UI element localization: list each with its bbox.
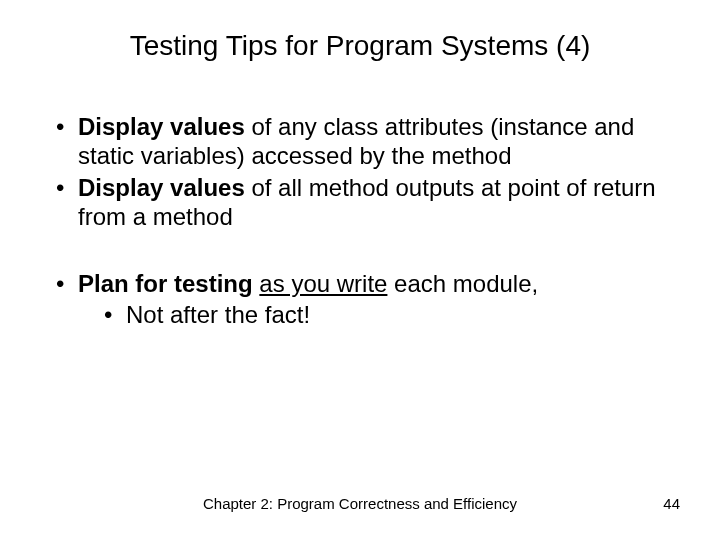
slide-title: Testing Tips for Program Systems (4) [40, 30, 680, 62]
bullet-2-bold: Display values [78, 174, 245, 201]
slide-footer: Chapter 2: Program Correctness and Effic… [0, 495, 720, 512]
bullet-item-3: Plan for testing as you write each modul… [50, 269, 680, 330]
bullet-item-2: Display values of all method outputs at … [50, 173, 680, 232]
bullet-3-bold: Plan for testing [78, 270, 259, 297]
sub-bullet-list: Not after the fact! [78, 300, 680, 329]
bullet-3-rest: each module, [387, 270, 538, 297]
bullet-list: Display values of any class attributes (… [50, 112, 680, 231]
bullet-item-1: Display values of any class attributes (… [50, 112, 680, 171]
bullet-3-underline: as you write [259, 270, 387, 297]
footer-chapter: Chapter 2: Program Correctness and Effic… [203, 495, 517, 512]
bullet-1-bold: Display values [78, 113, 245, 140]
sub-bullet-item: Not after the fact! [100, 300, 680, 329]
slide-content: Display values of any class attributes (… [40, 112, 680, 330]
spacer [50, 233, 680, 269]
footer-page-number: 44 [663, 495, 680, 512]
slide: Testing Tips for Program Systems (4) Dis… [0, 0, 720, 540]
bullet-list-2: Plan for testing as you write each modul… [50, 269, 680, 330]
